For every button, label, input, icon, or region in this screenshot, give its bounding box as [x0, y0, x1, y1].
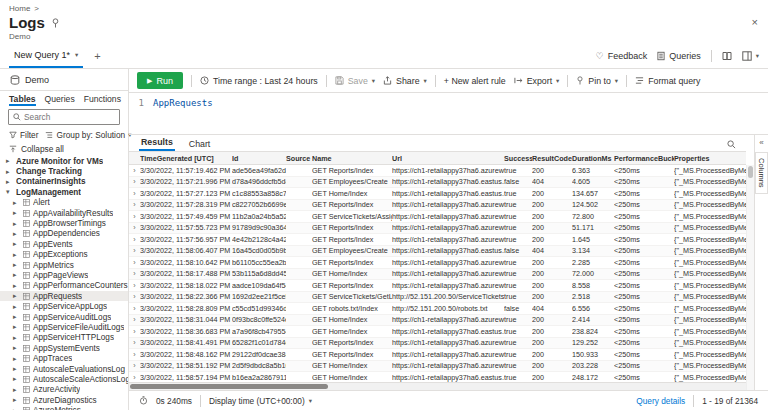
- pin-icon[interactable]: [51, 18, 60, 28]
- table-row[interactable]: › 3/30/2022, 11:57:28.319 PM c8227052b66…: [129, 200, 746, 212]
- tree-item[interactable]: ▸ AppDependencies: [0, 229, 128, 239]
- tree-chevron-icon[interactable]: ▸: [6, 178, 13, 186]
- row-expand-icon[interactable]: ›: [129, 374, 140, 381]
- tree-chevron-icon[interactable]: ▸: [13, 282, 20, 290]
- row-expand-icon[interactable]: ›: [129, 282, 140, 289]
- columns-pane-tab[interactable]: Columns: [755, 152, 768, 194]
- close-icon[interactable]: ×: [752, 16, 758, 28]
- row-expand-icon[interactable]: ›: [129, 362, 140, 369]
- table-row[interactable]: › 3/30/2022, 11:58:22.366 PM 1692d2ee21f…: [129, 292, 746, 304]
- row-expand-icon[interactable]: ›: [129, 259, 140, 266]
- tab-queries[interactable]: Queries: [45, 94, 75, 106]
- layout-picker-button[interactable]: ▾: [742, 51, 759, 61]
- tab-chart[interactable]: Chart: [187, 137, 213, 151]
- tree-item[interactable]: ▸ AppBrowserTimings: [0, 218, 128, 228]
- table-row[interactable]: › 3/30/2022, 11:58:51.192 PM 2d5f9dbdc8a…: [129, 361, 746, 373]
- format-query-button[interactable]: Format query: [635, 76, 700, 86]
- tree-item[interactable]: ▸ AppServiceAuditLogs: [0, 312, 128, 322]
- table-row[interactable]: › 3/30/2022, 11:58:06.407 PM 16a45cd0d05…: [129, 246, 746, 258]
- tree-chevron-icon[interactable]: ▸: [13, 251, 20, 259]
- pin-to-button[interactable]: Pin to ▾: [576, 76, 618, 86]
- row-expand-icon[interactable]: ›: [129, 247, 140, 254]
- vertical-scrollbar-thumb[interactable]: [748, 166, 753, 178]
- tree-chevron-icon[interactable]: ▸: [13, 344, 20, 352]
- table-row[interactable]: › 3/30/2022, 11:57:56.957 PM 4e42b2128c4…: [129, 234, 746, 246]
- tree-chevron-icon[interactable]: ▸: [13, 334, 20, 342]
- table-row[interactable]: › 3/30/2022, 11:57:21.996 PM d78a496ddcf…: [129, 177, 746, 189]
- table-row[interactable]: › 3/30/2022, 11:58:57.194 PM b16ea2a2867…: [129, 372, 746, 382]
- tree-item[interactable]: ▸ AppServiceFileAuditLogs: [0, 322, 128, 332]
- column-header-timegenerated[interactable]: TimeGenerated [UTC]: [140, 154, 232, 163]
- tree-chevron-icon[interactable]: ▸: [13, 375, 20, 383]
- tree-item[interactable]: ▸ ContainerInsights: [0, 177, 128, 187]
- tree-item[interactable]: ▸ AppServiceHTTPLogs: [0, 333, 128, 343]
- row-expand-icon[interactable]: ›: [129, 293, 140, 300]
- row-expand-icon[interactable]: ›: [129, 167, 140, 174]
- tree-chevron-icon[interactable]: ▸: [13, 199, 20, 207]
- vertical-scrollbar[interactable]: [746, 165, 754, 390]
- row-expand-icon[interactable]: ›: [129, 351, 140, 358]
- tree-item[interactable]: ▸ AutoscaleScaleActionsLog: [0, 374, 128, 384]
- row-expand-icon[interactable]: ›: [129, 213, 140, 220]
- run-button[interactable]: ▶ Run: [137, 72, 183, 89]
- tab-results[interactable]: Results: [139, 135, 175, 151]
- table-row[interactable]: › 3/30/2022, 11:58:36.683 PM a7a96f8cb47…: [129, 326, 746, 338]
- tree-chevron-icon[interactable]: ▸: [6, 157, 13, 165]
- column-header-id[interactable]: Id: [232, 154, 286, 163]
- queries-button[interactable]: Queries: [657, 51, 701, 61]
- tree-chevron-icon[interactable]: ▸: [13, 407, 20, 410]
- search-results-icon[interactable]: [727, 140, 736, 149]
- search-input[interactable]: [24, 112, 115, 122]
- tree-item[interactable]: ▸ AppPerformanceCounters: [0, 281, 128, 291]
- tab-tables[interactable]: Tables: [9, 94, 36, 106]
- share-button[interactable]: Share ▾: [383, 76, 427, 86]
- tree-item[interactable]: ▸ AppServiceAppLogs: [0, 301, 128, 311]
- tree-chevron-icon[interactable]: ▸: [13, 292, 20, 300]
- row-expand-icon[interactable]: ›: [129, 236, 140, 243]
- tree-chevron-icon[interactable]: ▸: [13, 303, 20, 311]
- tree-item[interactable]: ▸ AppExceptions: [0, 250, 128, 260]
- tree-item[interactable]: ▸ AppRequests: [0, 291, 128, 301]
- breadcrumb-home-link[interactable]: Home: [9, 4, 30, 13]
- table-row[interactable]: › 3/30/2022, 11:57:27.123 PM c1c88553a85…: [129, 188, 746, 200]
- tree-item[interactable]: ▸ AppAvailabilityResults: [0, 208, 128, 218]
- query-editor[interactable]: 1 AppRequests: [129, 93, 768, 135]
- row-expand-icon[interactable]: ›: [129, 224, 140, 231]
- tab-new-query[interactable]: New Query 1* ▾: [9, 44, 83, 68]
- tree-chevron-icon[interactable]: ▸: [13, 271, 20, 279]
- tree-chevron-icon[interactable]: ▸: [13, 230, 20, 238]
- tree-item[interactable]: ▾ LogManagement: [0, 187, 128, 197]
- tree-item[interactable]: ▸ AppPageViews: [0, 270, 128, 280]
- column-header-url[interactable]: Url: [392, 154, 504, 163]
- tree-item[interactable]: ▸ AzureDiagnostics: [0, 395, 128, 405]
- horizontal-scrollbar[interactable]: [129, 382, 746, 390]
- tree-item[interactable]: ▸ AzureMetrics: [0, 405, 128, 410]
- tree-chevron-icon[interactable]: ▸: [13, 261, 20, 269]
- new-alert-rule-button[interactable]: + New alert rule: [444, 76, 506, 86]
- time-range-button[interactable]: Time range : Last 24 hours: [200, 76, 318, 86]
- tree-item[interactable]: ▸ AppSystemEvents: [0, 343, 128, 353]
- row-expand-icon[interactable]: ›: [129, 178, 140, 185]
- tree-item[interactable]: ▸ AppEvents: [0, 239, 128, 249]
- book-icon[interactable]: [722, 51, 732, 61]
- tree-item[interactable]: ▸ Change Tracking: [0, 166, 128, 176]
- table-row[interactable]: › 3/30/2022, 11:58:10.642 PM b61105cc55e…: [129, 257, 746, 269]
- table-row[interactable]: › 3/30/2022, 11:58:17.488 PM 53b115a6d8d…: [129, 269, 746, 281]
- horizontal-scrollbar-thumb[interactable]: [130, 384, 328, 389]
- tree-item[interactable]: ▸ AppTraces: [0, 353, 128, 363]
- column-header-durationms[interactable]: DurationMs: [572, 154, 614, 163]
- row-expand-icon[interactable]: ›: [129, 201, 140, 208]
- sidebar-search[interactable]: [8, 109, 120, 125]
- column-header-success[interactable]: Success: [504, 154, 532, 163]
- table-row[interactable]: › 3/30/2022, 11:57:49.459 PM 11b2a0a24b5…: [129, 211, 746, 223]
- tree-item[interactable]: ▸ AutoscaleEvaluationsLog: [0, 364, 128, 374]
- column-header-resultcode[interactable]: ResultCode: [532, 154, 572, 163]
- row-expand-icon[interactable]: ›: [129, 339, 140, 346]
- tree-chevron-icon[interactable]: ▸: [6, 168, 13, 176]
- tree-chevron-icon[interactable]: ▸: [13, 323, 20, 331]
- tree-chevron-icon[interactable]: ▸: [13, 220, 20, 228]
- tree-item[interactable]: ▸ AppMetrics: [0, 260, 128, 270]
- column-header-source[interactable]: Source: [286, 154, 312, 163]
- group-by-dropdown[interactable]: Group by: Solution ▾: [45, 130, 131, 140]
- tree-item[interactable]: ▸ Alert: [0, 198, 128, 208]
